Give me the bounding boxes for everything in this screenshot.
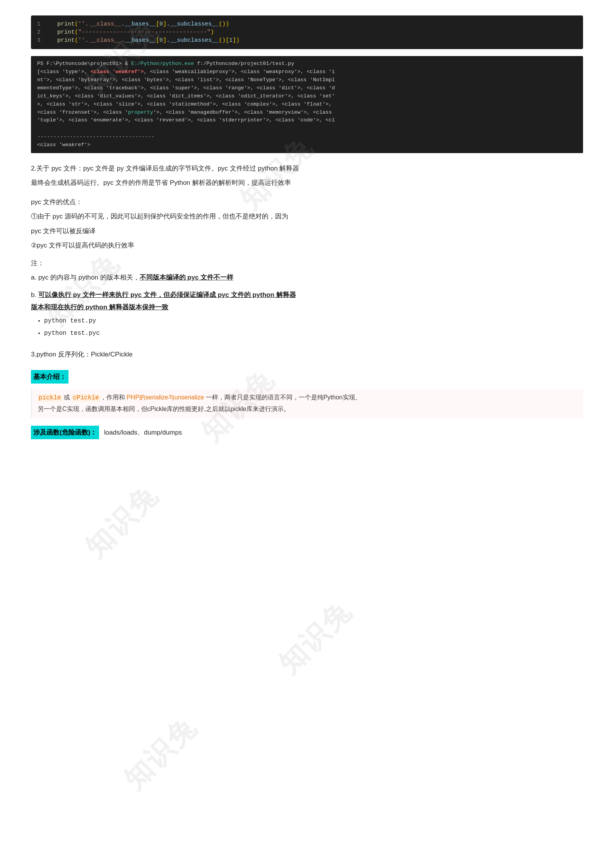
section2-bullet-list: python test.py python test.pyc (44, 315, 583, 339)
section2-adv1b: pyc 文件可以被反编译 (31, 225, 583, 237)
terminal-output-line-4: ict_keys'>, <class 'dict_values'>, <clas… (37, 92, 577, 101)
section3-dangerous-block: 涉及函数(危险函数)： loads/loads、dump/dumps (31, 422, 583, 442)
section3-dangerous-label: 涉及函数(危险函数)： (31, 426, 99, 439)
section2-note-b: b. 可以像执行 py 文件一样来执行 pyc 文件，但必须保证编译成 pyc … (31, 289, 583, 313)
bullet-item-1: python test.py (44, 315, 583, 327)
section3-basic-intro-label: 基本介绍： (31, 370, 68, 384)
line-number-3: 3 (37, 37, 50, 43)
terminal-output-line-1: [<class 'type'>, <class 'weakref'>, <cla… (37, 68, 577, 76)
section2-para2: 最终会生成机器码运行。pyc 文件的作用是节省 Python 解析器的解析时间，… (31, 177, 583, 189)
section-2: 2.关于 pyc 文件：pyc 文件是 py 文件编译后生成的字节码文件。pyc… (31, 162, 583, 339)
code-line-1: 1 print(''. __class__.__bases__[0].__sub… (31, 20, 583, 28)
section2-note-a-underline: 不同版本编译的 pyc 文件不一样 (140, 274, 234, 281)
terminal-output-line-7: 'tuple'>, <class 'enumerate'>, <class 'r… (37, 116, 577, 124)
terminal-output-line-3: ementedType'>, <class 'traceback'>, <cla… (37, 84, 577, 92)
terminal-separator: ------------------------------------ (37, 133, 577, 141)
pickle-code-2: cPickle (72, 394, 100, 401)
terminal-result: <class 'weakref'> (37, 141, 577, 149)
section2-text1: 2.关于 pyc 文件：pyc 文件是 py 文件编译后生成的字节码文件。pyc… (31, 165, 299, 172)
section3-pickle-description: pickle 或 cPickle，作用和 PHP的serialize与unser… (31, 389, 583, 418)
section2-note-b-content: 可以像执行 py 文件一样来执行 pyc 文件，但必须保证编译成 pyc 文件的… (31, 291, 296, 310)
code-content-2: print("---------------------------------… (57, 29, 214, 36)
line-number-2: 2 (37, 29, 50, 35)
section2-para1: 2.关于 pyc 文件：pyc 文件是 py 文件编译后生成的字节码文件。pyc… (31, 162, 583, 174)
section2-advantages-label: pyc 文件的优点： (31, 196, 583, 208)
section2-adv1: ①由于 pyc 源码的不可见，因此可以起到保护代码安全性的作用，但也不是绝对的，… (31, 210, 583, 222)
section3-basic-intro-block: 基本介绍： (31, 366, 583, 387)
terminal-output-line-5: >, <class 'str'>, <class 'slice'>, <clas… (37, 101, 577, 109)
code-content-3: print(''. __class__.__bases__[0].__subcl… (57, 37, 239, 44)
section2-note-a: a. pyc 的内容与 python 的版本相关，不同版本编译的 pyc 文件不… (31, 271, 583, 283)
pickle-code-1: pickle (38, 394, 62, 401)
section3-dangerous-value: loads/loads、dump/dumps (104, 429, 182, 436)
watermark-text-7: 知识兔 (116, 709, 204, 797)
terminal-output-line-6: <class 'frozenset'>, <class 'property'>,… (37, 109, 577, 117)
terminal-output-line-2: nt'>, <class 'bytearray'>, <class 'bytes… (37, 76, 577, 84)
section2-adv2: ②pyc 文件可以提高代码的执行效率 (31, 239, 583, 251)
terminal-path-line: PS F:\Pythoncode\project01> & E:/Python/… (37, 60, 577, 68)
section2-note-label: 注： (31, 257, 583, 269)
section2-text2: 最终会生成机器码运行。pyc 文件的作用是节省 Python 解析器的解析时间，… (31, 179, 291, 186)
code-line-3: 3 print(''. __class__.__bases__[0].__sub… (31, 36, 583, 44)
bullet-item-2: python test.pyc (44, 328, 583, 339)
code-line-2: 2 print("-------------------------------… (31, 28, 583, 36)
watermark-text-6: 知识兔 (270, 593, 359, 681)
section-3: 3.python 反序列化：Pickle/CPickle 基本介绍： pickl… (31, 348, 583, 442)
code-block: 1 print(''. __class__.__bases__[0].__sub… (31, 15, 583, 49)
watermark-text-5: 知识兔 (77, 477, 166, 565)
line-number-1: 1 (37, 21, 50, 27)
terminal-output: PS F:\Pythoncode\project01> & E:/Python/… (31, 56, 583, 153)
code-content-1: print(''. __class__.__bases__[0].__subcl… (57, 21, 229, 27)
pickle-php-ref: PHP的serialize与unserialize (127, 394, 204, 401)
section3-heading: 3.python 反序列化：Pickle/CPickle (31, 348, 583, 360)
